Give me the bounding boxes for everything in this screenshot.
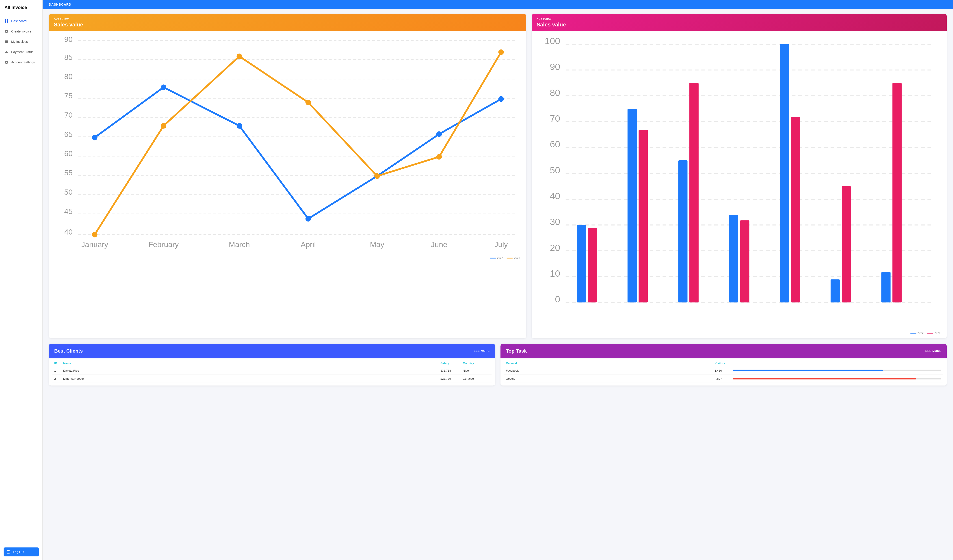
svg-text:90: 90 — [64, 35, 73, 43]
svg-rect-4 — [5, 40, 8, 40]
bar-legend-item-2021: 2021 — [927, 331, 941, 335]
client-1-salary: $36,738 — [441, 369, 463, 372]
client-2-id: 2 — [54, 377, 63, 381]
svg-text:65: 65 — [64, 130, 73, 138]
task-row-facebook: Facebook 1,480 — [504, 367, 943, 375]
task-progress-fill-google — [733, 377, 916, 379]
list-icon — [5, 40, 9, 44]
charts-row: OVERVIEW Sales value 40 45 50 55 60 65 — [49, 14, 947, 338]
legend-item-2022: 2022 — [490, 257, 503, 260]
line-chart-overview-label: OVERVIEW — [54, 18, 522, 21]
svg-text:February: February — [148, 240, 178, 249]
sidebar-label-dashboard: Dashboard — [11, 19, 27, 23]
svg-point-48 — [374, 173, 380, 179]
sidebar-label-create-invoice: Create Invoice — [11, 29, 31, 33]
legend-label-2021: 2021 — [514, 257, 520, 260]
svg-text:60: 60 — [64, 149, 73, 158]
svg-rect-3 — [7, 21, 8, 23]
line-chart-container: 40 45 50 55 60 65 70 75 80 85 90 — [53, 35, 522, 255]
bar-legend-dot-2021 — [927, 333, 933, 334]
line-chart-title: Sales value — [54, 22, 522, 28]
svg-rect-82 — [791, 117, 800, 303]
sidebar-item-dashboard[interactable]: Dashboard — [0, 16, 42, 26]
task-referral-facebook: Facebook — [506, 369, 715, 372]
bar-chart-header: OVERVIEW Sales value — [532, 14, 947, 31]
svg-text:85: 85 — [64, 53, 73, 61]
task-referral-google: Google — [506, 377, 715, 381]
svg-text:50: 50 — [64, 188, 73, 196]
svg-text:50: 50 — [550, 165, 560, 175]
svg-text:70: 70 — [550, 113, 560, 124]
gear-icon-create — [5, 29, 9, 33]
svg-text:March: March — [229, 240, 250, 249]
svg-text:20: 20 — [550, 243, 560, 253]
sidebar-item-create-invoice[interactable]: Create Invoice — [0, 26, 42, 37]
col-country: Country — [463, 362, 490, 365]
topbar-title: DASHBOARD — [49, 3, 71, 6]
best-clients-see-more[interactable]: SEE MORE — [474, 350, 490, 353]
svg-text:55: 55 — [64, 169, 73, 177]
top-task-see-more[interactable]: SEE MORE — [925, 350, 941, 353]
svg-text:40: 40 — [64, 227, 73, 236]
bar-chart-container: 0 10 20 30 40 50 60 70 80 90 100 — [536, 35, 942, 330]
task-visitors-facebook: 1,480 — [715, 369, 733, 372]
svg-point-43 — [498, 96, 504, 102]
svg-rect-77 — [678, 160, 688, 302]
bar-legend-dot-2022 — [910, 333, 916, 334]
bar-chart-body: 0 10 20 30 40 50 60 70 80 90 100 — [532, 31, 947, 338]
sidebar: All Invoice Dashboard Create Invoice — [0, 0, 43, 560]
svg-point-49 — [436, 154, 442, 160]
app-logo: All Invoice — [0, 0, 42, 14]
sidebar-item-my-invoices[interactable]: My Invoices — [0, 37, 42, 47]
task-col-referral: Referral — [506, 362, 715, 365]
clients-table-header: ID Name Salary Country — [53, 358, 492, 367]
sidebar-label-my-invoices: My Invoices — [11, 40, 28, 43]
line-chart-svg: 40 45 50 55 60 65 70 75 80 85 90 — [53, 35, 522, 255]
client-1-id: 1 — [54, 369, 63, 372]
task-progress-fill-facebook — [733, 370, 883, 371]
sidebar-item-payment-status[interactable]: Payment Status — [0, 47, 42, 57]
best-clients-title: Best Clients — [54, 348, 83, 354]
svg-rect-80 — [740, 220, 749, 303]
legend-dot-2022 — [490, 258, 496, 258]
svg-text:January: January — [81, 240, 108, 249]
best-clients-body: ID Name Salary Country 1 Dakota Rice $36… — [49, 358, 495, 385]
svg-point-47 — [306, 100, 311, 105]
svg-rect-2 — [5, 21, 6, 23]
client-2-name: Minerva Hooper — [63, 377, 441, 381]
person-icon — [5, 50, 9, 54]
svg-rect-75 — [627, 109, 637, 302]
sidebar-item-account-settings[interactable]: Account Settings — [0, 57, 42, 67]
task-col-bar — [733, 362, 942, 365]
svg-point-39 — [237, 123, 242, 128]
top-task-body: Referral Visitors Facebook 1,480 Google … — [500, 358, 947, 385]
bar-chart-svg: 0 10 20 30 40 50 60 70 80 90 100 — [536, 35, 942, 330]
svg-rect-84 — [841, 186, 851, 302]
svg-rect-86 — [892, 83, 902, 302]
line-chart-body: 40 45 50 55 60 65 70 75 80 85 90 — [49, 31, 526, 263]
legend-item-2021: 2021 — [506, 257, 520, 260]
legend-dot-2021 — [506, 258, 513, 258]
svg-point-42 — [436, 131, 442, 137]
dashboard-content: OVERVIEW Sales value 40 45 50 55 60 65 — [43, 9, 953, 390]
task-progress-google — [733, 377, 942, 379]
logout-button[interactable]: Log Out — [3, 548, 39, 557]
col-name: Name — [63, 362, 441, 365]
svg-text:30: 30 — [550, 217, 560, 227]
sidebar-label-account-settings: Account Settings — [11, 60, 35, 64]
svg-text:80: 80 — [550, 88, 560, 98]
bottom-row: Best Clients SEE MORE ID Name Salary Cou… — [49, 343, 947, 385]
svg-point-50 — [498, 50, 504, 55]
task-table-header: Referral Visitors — [504, 358, 943, 367]
svg-rect-73 — [577, 225, 586, 302]
col-salary: Salary — [441, 362, 463, 365]
svg-text:100: 100 — [545, 36, 560, 46]
bar-legend-label-2021: 2021 — [934, 331, 941, 335]
svg-point-45 — [161, 123, 166, 128]
svg-text:May: May — [370, 240, 384, 249]
bar-chart-card: OVERVIEW Sales value 0 10 20 30 40 — [532, 14, 947, 338]
col-id: ID — [54, 362, 63, 365]
svg-rect-81 — [780, 44, 789, 302]
svg-rect-79 — [729, 215, 738, 302]
line-chart-header: OVERVIEW Sales value — [49, 14, 526, 31]
